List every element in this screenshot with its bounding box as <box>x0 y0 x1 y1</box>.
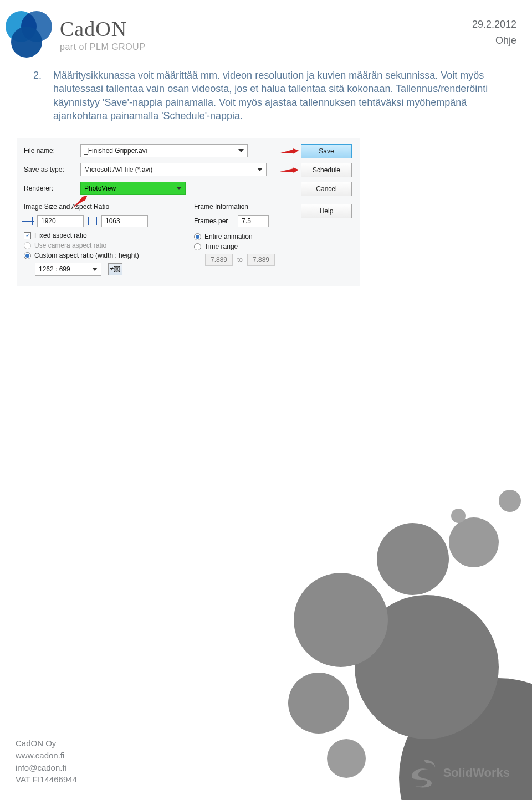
doc-type: Ohje <box>472 33 516 49</box>
cancel-button[interactable]: Cancel <box>301 182 352 196</box>
custom-aspect-radio[interactable]: Custom aspect ratio (width : height) <box>24 252 183 259</box>
image-size-section-title: Image Size and Aspect Ratio <box>24 203 183 211</box>
time-range-radio[interactable]: Time range <box>194 243 353 250</box>
time-to-input: 7.889 <box>247 254 275 266</box>
chevron-down-icon <box>257 168 263 171</box>
renderer-value: PhotoView <box>84 184 116 192</box>
entire-animation-radio[interactable]: Entire animation <box>194 233 353 240</box>
decorative-bubbles <box>244 445 532 800</box>
instruction-block: 2. Määritysikkunassa voit määrittää mm. … <box>0 63 532 122</box>
filename-input[interactable]: _Finished Gripper.avi <box>80 144 248 157</box>
footer-web: www.cadon.fi <box>16 750 77 762</box>
save-as-type-value: Microsoft AVI file (*.avi) <box>84 166 152 173</box>
fixed-aspect-label: Fixed aspect ratio <box>34 232 87 239</box>
chevron-down-icon <box>92 268 98 271</box>
time-range-label: Time range <box>204 243 238 250</box>
save-button[interactable]: Save <box>301 144 352 158</box>
footer-email: info@cadon.fi <box>16 762 77 774</box>
use-camera-aspect-label: Use camera aspect ratio <box>34 242 106 249</box>
aspect-ratio-select[interactable]: 1262 : 699 <box>35 263 101 276</box>
page-header: CadON part of PLM GROUP 29.2.2012 Ohje <box>0 0 532 63</box>
frames-per-input[interactable]: 7.5 <box>238 215 269 227</box>
time-to-value: 7.889 <box>253 256 269 264</box>
save-dialog: Save Schedule Cancel Help File name: _Fi… <box>17 138 360 286</box>
footer-vat: VAT FI14466944 <box>16 773 77 786</box>
height-value: 1063 <box>105 217 120 225</box>
brand-name: CadON <box>60 17 145 41</box>
time-to-label: to <box>237 256 243 264</box>
width-input[interactable]: 1920 <box>37 215 84 227</box>
frames-per-label: Frames per <box>194 217 228 225</box>
renderer-label: Renderer: <box>24 184 75 192</box>
schedule-button[interactable]: Schedule <box>301 163 352 177</box>
brand-tagline: part of PLM GROUP <box>60 42 145 52</box>
frames-per-value: 7.5 <box>242 217 251 225</box>
height-icon <box>88 217 97 225</box>
list-number: 2. <box>33 69 45 122</box>
solidworks-logo: SolidWorks <box>407 758 510 788</box>
renderer-select[interactable]: PhotoView <box>80 182 186 195</box>
save-button-label: Save <box>319 147 334 155</box>
help-button[interactable]: Help <box>301 204 352 218</box>
fixed-aspect-checkbox[interactable]: ✓ Fixed aspect ratio <box>24 232 183 239</box>
schedule-button-label: Schedule <box>313 166 340 174</box>
cadon-logo-icon <box>6 11 52 58</box>
solidworks-text: SolidWorks <box>443 766 510 780</box>
brand-block: CadON part of PLM GROUP <box>6 11 145 58</box>
entire-animation-label: Entire animation <box>204 233 253 240</box>
aspect-ratio-value: 1262 : 699 <box>39 265 70 273</box>
height-input[interactable]: 1063 <box>101 215 148 227</box>
custom-aspect-label: Custom aspect ratio (width : height) <box>34 252 139 259</box>
footer-company: CadON Oy <box>16 737 77 750</box>
cancel-button-label: Cancel <box>316 185 336 193</box>
use-camera-aspect-radio: Use camera aspect ratio <box>24 242 183 249</box>
filename-value: _Finished Gripper.avi <box>84 147 147 155</box>
chevron-down-icon <box>176 187 182 190</box>
save-as-type-select[interactable]: Microsoft AVI file (*.avi) <box>80 163 267 176</box>
filename-label: File name: <box>24 147 75 155</box>
time-from-value: 7.889 <box>211 256 227 264</box>
instruction-text: Määritysikkunassa voit määrittää mm. vid… <box>53 69 499 122</box>
chevron-down-icon <box>238 149 244 152</box>
solidworks-mark-icon <box>407 758 437 788</box>
width-value: 1920 <box>41 217 56 225</box>
footer-left: CadON Oy www.cadon.fi info@cadon.fi VAT … <box>16 737 77 786</box>
help-button-label: Help <box>320 207 334 215</box>
doc-date: 29.2.2012 <box>472 17 516 33</box>
width-icon <box>24 217 33 225</box>
save-as-type-label: Save as type: <box>24 166 75 173</box>
time-from-input: 7.889 <box>205 254 233 266</box>
aspect-unequal-icon[interactable]: ≠🖼 <box>108 263 122 275</box>
